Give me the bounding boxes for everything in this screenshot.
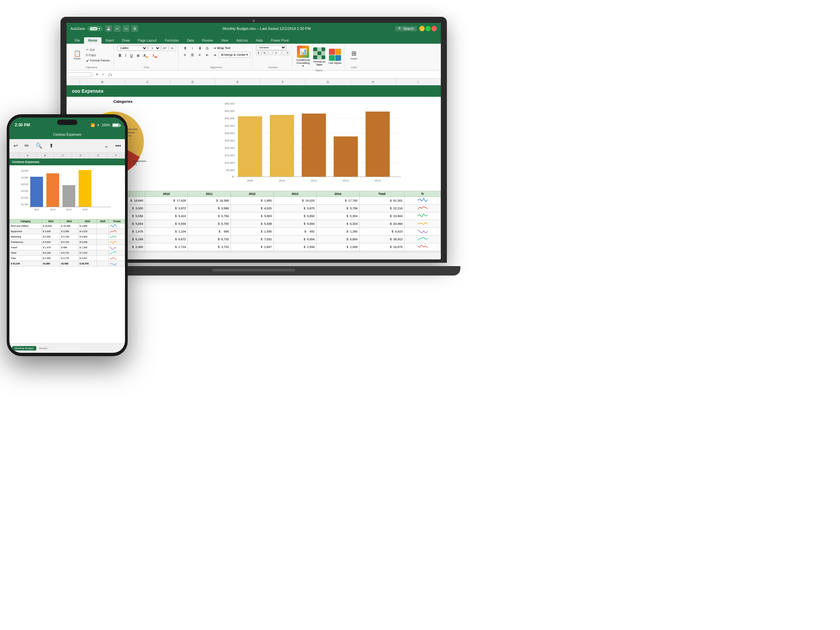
phone-col-e[interactable]: E	[90, 153, 107, 158]
col-header-f[interactable]: F	[261, 79, 305, 85]
phone-col-c[interactable]: C	[54, 153, 72, 158]
merge-center-button[interactable]: ⊞ Merge & Center ▾	[219, 52, 251, 58]
ribbon-group-number: General $ % , .0→ ←.0 Number	[254, 45, 292, 69]
col-header-e[interactable]: E	[215, 79, 261, 85]
maximize-button[interactable]	[425, 26, 431, 31]
col-header-i[interactable]: I	[396, 79, 441, 85]
col-header-d[interactable]: D	[171, 79, 215, 85]
ph-td-2014-5: $ 1,595	[78, 245, 97, 250]
phone-sheet-tab-active[interactable]: Monthly Budget	[12, 346, 36, 351]
phone-col-d[interactable]: D	[72, 153, 90, 158]
decrease-font-button[interactable]: A-	[169, 45, 176, 51]
search-box[interactable]: 🔍 Search	[395, 26, 417, 31]
align-top-button[interactable]: ⬆	[182, 45, 188, 51]
phone-col-a[interactable]: A	[19, 153, 36, 158]
format-as-table-button[interactable]: Format as Table	[312, 47, 327, 67]
insert-button[interactable]: ⊞ Insert	[348, 49, 360, 62]
phone-more-button[interactable]: •••	[115, 143, 121, 149]
col-header-b[interactable]: B	[80, 79, 125, 85]
align-left-button[interactable]: ≡	[182, 52, 188, 58]
phone-home-indicator[interactable]	[54, 348, 81, 349]
formula-input[interactable]	[115, 73, 439, 76]
ph-td-2014-2: $ 4,025	[78, 229, 97, 234]
copy-button[interactable]: ⎘ Copy	[85, 53, 112, 57]
phone-col-f[interactable]: F	[107, 153, 125, 158]
cancel-formula-button[interactable]: ✕	[95, 72, 99, 77]
tab-help[interactable]: Help	[252, 37, 267, 44]
conditional-formatting-icon: 📊	[297, 46, 309, 58]
close-button[interactable]	[431, 26, 437, 31]
italic-button[interactable]: I	[124, 53, 128, 58]
tab-formulas[interactable]: Formulas	[161, 37, 183, 44]
col-header-h[interactable]: H	[351, 79, 396, 85]
bar-2013	[366, 112, 390, 177]
titlebar-icons: 💾 ↩ ↪ ⚙	[105, 25, 138, 32]
font-row-1: Calibri 11 A+ A-	[117, 45, 176, 51]
confirm-formula-button[interactable]: ✓	[101, 72, 106, 77]
phone-sheet-tab-2[interactable]: Sheet2	[39, 347, 47, 350]
cut-button[interactable]: ✂ Cut	[85, 47, 112, 52]
col-header-g[interactable]: G	[305, 79, 351, 85]
wrap-text-button[interactable]: ⇥ Wrap Text	[212, 45, 232, 51]
tab-home[interactable]: Home	[84, 37, 101, 44]
name-box[interactable]	[68, 72, 92, 77]
phone-search-button[interactable]: 🔍	[36, 142, 42, 149]
phone-col-b[interactable]: B	[36, 153, 54, 158]
insert-function-button[interactable]: ƒx	[107, 73, 113, 77]
align-middle-button[interactable]: ↕	[189, 45, 196, 51]
align-right-button[interactable]: ≡	[197, 52, 203, 58]
ph-sparkline-total	[110, 261, 117, 265]
td-2012-2: $ 4,025	[231, 205, 274, 212]
copy-label: Copy	[89, 54, 96, 57]
tab-review[interactable]: Review	[198, 37, 217, 44]
tab-page-layout[interactable]: Page Layout	[134, 37, 161, 44]
ph-td-cat-4: Freelancers	[10, 240, 42, 245]
phone-scroll-down-button[interactable]: ⌄	[104, 142, 109, 149]
ph-td-total-2015	[97, 261, 109, 267]
align-bottom-button[interactable]: ⬇	[197, 45, 203, 51]
tab-insert[interactable]: Insert	[101, 37, 118, 44]
increase-decimal-button[interactable]: .0→	[273, 51, 281, 55]
cell-styles-button[interactable]: Cell Styles	[328, 48, 342, 65]
indent-decrease-button[interactable]: ⇤	[204, 52, 211, 58]
phone-share-button[interactable]: ⬆	[49, 142, 54, 149]
td-trend-1	[404, 197, 441, 205]
indent-increase-button[interactable]: ⇥	[212, 52, 218, 58]
bold-button[interactable]: B	[117, 53, 123, 58]
tab-draw[interactable]: Draw	[118, 37, 134, 44]
undo-icon[interactable]: ↩	[114, 25, 121, 32]
phone-undo-button[interactable]: ↩	[13, 142, 18, 149]
td-2014-5: $ 1,260	[316, 228, 360, 235]
tab-file[interactable]: File	[71, 37, 84, 44]
tab-data[interactable]: Data	[183, 37, 198, 44]
autosave-toggle[interactable]: Cut ●	[88, 26, 103, 31]
underline-button[interactable]: U	[129, 53, 134, 58]
save-icon[interactable]: 💾	[105, 25, 112, 32]
phone-pencil-button[interactable]: ✏	[25, 142, 29, 149]
font-family-select[interactable]: Calibri	[117, 45, 147, 51]
increase-font-button[interactable]: A+	[162, 45, 168, 51]
font-size-select[interactable]: 11	[148, 45, 161, 51]
paste-button[interactable]: 📋 Paste	[71, 49, 83, 62]
tab-power-pivot[interactable]: Power Pivot	[267, 37, 293, 44]
orientation-button[interactable]: ◷	[204, 45, 211, 51]
align-center-button[interactable]: ☰	[189, 52, 196, 58]
number-format-select[interactable]: General	[256, 45, 286, 50]
border-button[interactable]: ⊞	[135, 53, 141, 58]
format-painter-button[interactable]: 🖌 Format Painter	[85, 58, 112, 63]
th-2012: 2012	[231, 191, 274, 197]
insert-content: ⊞ Insert	[348, 45, 360, 65]
conditional-formatting-button[interactable]: 📊 Conditional Formatting ▾	[296, 45, 311, 68]
minimize-button[interactable]	[419, 26, 425, 31]
fill-color-button[interactable]: A▂	[142, 53, 150, 58]
decrease-decimal-button[interactable]: ←.0	[282, 51, 290, 55]
font-color-button[interactable]: A▂	[150, 53, 159, 58]
currency-button[interactable]: $	[256, 51, 261, 55]
tab-view[interactable]: View	[217, 37, 232, 44]
comma-button[interactable]: ,	[268, 51, 272, 55]
customize-icon[interactable]: ⚙	[131, 25, 138, 32]
col-header-c[interactable]: C	[125, 79, 170, 85]
percent-button[interactable]: %	[262, 51, 267, 55]
redo-icon[interactable]: ↪	[123, 25, 129, 32]
tab-addins[interactable]: Add-ins	[232, 37, 252, 44]
